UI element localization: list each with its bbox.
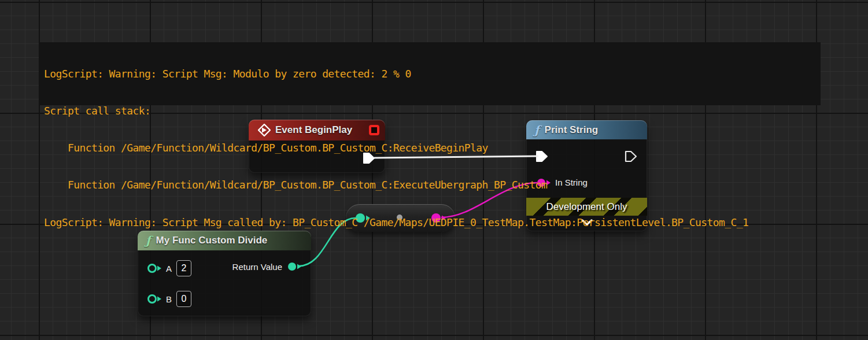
- output-log-overlay: LogScript: Warning: Script Msg: Modulo b…: [39, 42, 821, 105]
- return-value-label: Return Value: [232, 262, 282, 272]
- log-line: Script call stack:: [44, 105, 816, 117]
- log-line: LogScript: Warning: Script Msg called by…: [44, 216, 816, 228]
- pin-a-value-input[interactable]: [176, 260, 191, 276]
- pin-b-value-input[interactable]: [176, 291, 191, 307]
- blueprint-graph-canvas[interactable]: LogScript: Warning: Script Msg: Modulo b…: [0, 0, 868, 340]
- log-line: Function /Game/Function/Wildcard/BP_Cust…: [44, 179, 816, 191]
- pin-a-label: A: [166, 264, 172, 274]
- pin-b-label: B: [166, 294, 172, 304]
- log-line: Function /Game/Function/Wildcard/BP_Cust…: [44, 142, 816, 154]
- input-pin-a[interactable]: [147, 263, 163, 274]
- log-line: LogScript: Warning: Script Msg: Modulo b…: [44, 68, 816, 80]
- input-pin-b[interactable]: [147, 294, 163, 304]
